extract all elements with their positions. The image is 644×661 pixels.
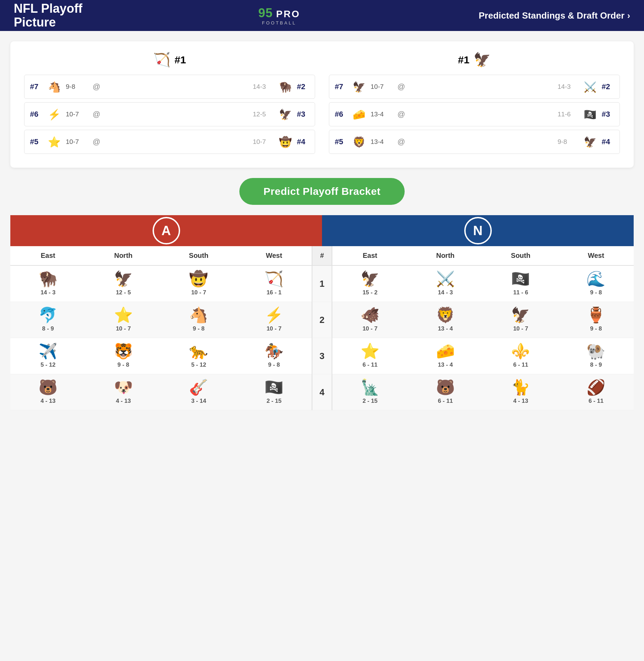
- afc-matchup-1: #7 🐴 9-8 @ 14-3 🦬 #2: [24, 75, 315, 99]
- afc-west-1: 🏹 16 - 1: [236, 266, 312, 302]
- nfc-west-header: West: [558, 246, 634, 265]
- afc-north-3: 🐯 9 - 8: [86, 338, 161, 374]
- afc-east-1: 🦬 14 - 3: [10, 266, 86, 302]
- afc-south-header: South: [161, 246, 237, 265]
- predicted-standings-nav[interactable]: Predicted Standings & Draft Order ›: [476, 10, 630, 21]
- afc-south-1: 🤠 10 - 7: [161, 266, 237, 302]
- afc-south-4: 🎸 3 - 14: [161, 374, 237, 410]
- rank-1: 1: [312, 266, 332, 302]
- nfc-west-3: 🐏 8 - 9: [558, 338, 634, 374]
- chiefs-logo: 🏹: [153, 52, 170, 68]
- page-title: NFL Playoff Picture: [14, 2, 82, 29]
- conference-banners: A N: [10, 215, 634, 246]
- nfc-north-3: 🧀 13 - 4: [408, 338, 483, 374]
- nfc-matchup-3: #5 🦁 13-4 @ 9-8 🦅 #4: [329, 130, 620, 154]
- rank-3: 3: [312, 338, 332, 374]
- afc-east-4: 🐻 4 - 13: [10, 374, 86, 410]
- nfc-header: #1 🦅: [329, 52, 620, 68]
- nfc-east-4: 🗽 2 - 15: [332, 374, 408, 410]
- afc-east-3: ✈️ 5 - 12: [10, 338, 86, 374]
- nfc-south-4: 🐈 4 - 13: [483, 374, 559, 410]
- rank-header: #: [312, 246, 332, 265]
- afc-north-1: 🦅 12 - 5: [86, 266, 161, 302]
- afc-west-3: 🏇 9 - 8: [236, 338, 312, 374]
- nfc-south-3: ⚜️ 6 - 11: [483, 338, 559, 374]
- standings-row-1: 🦬 14 - 3 🦅 12 - 5 🤠 10 - 7 🏹 16 - 1 1 🦅 …: [10, 266, 634, 302]
- eagles-logo: 🦅: [474, 52, 491, 68]
- falcons-logo: 🦅: [351, 78, 367, 95]
- rank-2: 2: [312, 302, 332, 338]
- standings-header: East North South West # East North South…: [10, 246, 634, 266]
- afc-matchup-2: #6 ⚡ 10-7 @ 12-5 🦅 #3: [24, 102, 315, 126]
- afc-west-header: West: [236, 246, 312, 265]
- afc-west-2: ⚡ 10 - 7: [236, 302, 312, 338]
- nfc-south-header: South: [483, 246, 559, 265]
- playoff-section: 🏹 #1 #7 🐴 9-8 @ 14-3 🦬 #2 #6 ⚡ 10-7 @: [10, 41, 634, 168]
- nfc-east-header: East: [332, 246, 408, 265]
- nfc-matchup-2: #6 🧀 13-4 @ 11-6 🏴‍☠️ #3: [329, 102, 620, 126]
- nfc-north-2: 🦁 13 - 4: [408, 302, 483, 338]
- predict-playoff-button[interactable]: Predict Playoff Bracket: [239, 178, 405, 205]
- afc-north-4: 🐶 4 - 13: [86, 374, 161, 410]
- nfc-south-2: 🦅 10 - 7: [483, 302, 559, 338]
- afc-south-2: 🐴 9 - 8: [161, 302, 237, 338]
- nfc-south-1: 🏴‍☠️ 11 - 6: [483, 266, 559, 302]
- seahawks-logo: 🦅: [582, 134, 598, 150]
- afc-banner: A: [10, 215, 322, 246]
- colts-logo: 🐴: [46, 78, 62, 95]
- afc-north-header: North: [86, 246, 161, 265]
- afc-conference: 🏹 #1 #7 🐴 9-8 @ 14-3 🦬 #2 #6 ⚡ 10-7 @: [24, 52, 315, 157]
- buccaneers-logo: 🏴‍☠️: [582, 106, 598, 123]
- chargers-logo: ⚡: [46, 106, 62, 123]
- nfc-east-1: 🦅 15 - 2: [332, 266, 408, 302]
- nfc-west-4: 🏈 6 - 11: [558, 374, 634, 410]
- header-logo: 95 PRO FOOTBALL: [82, 6, 476, 25]
- afc-logo-text: A: [162, 223, 171, 238]
- afc-matchup-3: #5 ⭐ 10-7 @ 10-7 🤠 #4: [24, 130, 315, 154]
- nfc-west-1: 🌊 9 - 8: [558, 266, 634, 302]
- ravens-logo: 🦅: [277, 106, 293, 123]
- nfc-west-2: 🏺 9 - 8: [558, 302, 634, 338]
- nfc-north-4: 🐻 6 - 11: [408, 374, 483, 410]
- packers-logo: 🧀: [351, 106, 367, 123]
- nfc-east-2: 🐗 10 - 7: [332, 302, 408, 338]
- afc-south-3: 🐆 5 - 12: [161, 338, 237, 374]
- afc-north-2: ⭐ 10 - 7: [86, 302, 161, 338]
- conferences: 🏹 #1 #7 🐴 9-8 @ 14-3 🦬 #2 #6 ⚡ 10-7 @: [24, 52, 620, 157]
- nfc-banner: N: [322, 215, 634, 246]
- texans-logo: 🤠: [277, 134, 293, 150]
- nfc-north-1: ⚔️ 14 - 3: [408, 266, 483, 302]
- nfc-matchup-1: #7 🦅 10-7 @ 14-3 ⚔️ #2: [329, 75, 620, 99]
- header: NFL Playoff Picture 95 PRO FOOTBALL Pred…: [0, 0, 644, 31]
- vikings-logo: ⚔️: [582, 78, 598, 95]
- standings-section: East North South West # East North South…: [10, 246, 634, 410]
- standings-row-4: 🐻 4 - 13 🐶 4 - 13 🎸 3 - 14 🏴‍☠️ 2 - 15 4…: [10, 374, 634, 410]
- nfc-east-3: ⭐ 6 - 11: [332, 338, 408, 374]
- afc-east-header: East: [10, 246, 86, 265]
- nfc-north-header: North: [408, 246, 483, 265]
- steelers-logo: ⭐: [46, 134, 62, 150]
- nfc-conference: #1 🦅 #7 🦅 10-7 @ 14-3 ⚔️ #2 #6 🧀 13-4 @: [329, 52, 620, 157]
- predict-btn-container: Predict Playoff Bracket: [0, 178, 644, 205]
- rank-4: 4: [312, 374, 332, 410]
- standings-row-2: 🐬 8 - 9 ⭐ 10 - 7 🐴 9 - 8 ⚡ 10 - 7 2 🐗 10…: [10, 302, 634, 338]
- bills-logo: 🦬: [277, 78, 293, 95]
- standings-row-3: ✈️ 5 - 12 🐯 9 - 8 🐆 5 - 12 🏇 9 - 8 3 ⭐ 6…: [10, 338, 634, 374]
- nfc-logo-text: N: [473, 223, 482, 238]
- afc-west-4: 🏴‍☠️ 2 - 15: [236, 374, 312, 410]
- lions-logo: 🦁: [351, 134, 367, 150]
- afc-east-2: 🐬 8 - 9: [10, 302, 86, 338]
- afc-header: 🏹 #1: [24, 52, 315, 68]
